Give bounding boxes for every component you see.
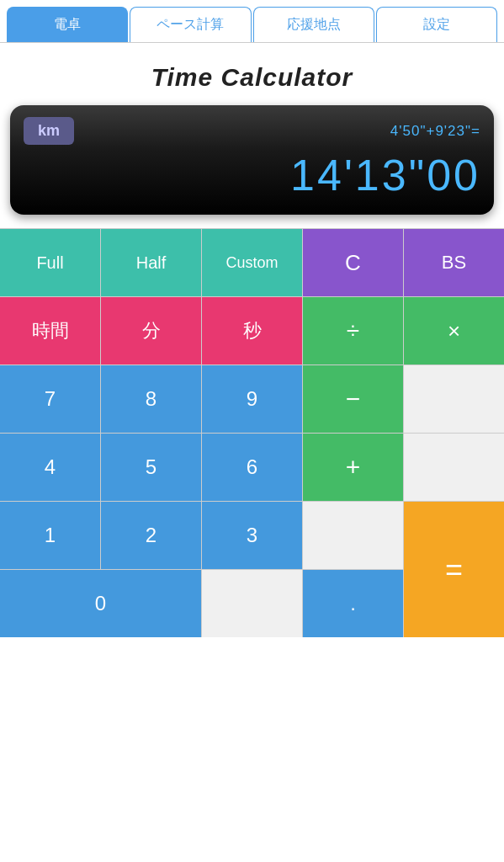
btn-minutes[interactable]: 分 xyxy=(101,297,201,364)
app-title: Time Calculator xyxy=(0,63,504,92)
btn-8[interactable]: 8 xyxy=(101,365,201,433)
expression-text: 4'50"+9'23"= xyxy=(84,123,480,140)
tab-calculator[interactable]: 電卓 xyxy=(7,7,128,42)
title-area: Time Calculator xyxy=(0,43,504,105)
btn-clear[interactable]: C xyxy=(303,229,403,296)
display-container: km 4'50"+9'23"= 14'13"00 xyxy=(10,105,494,215)
calc-grid: Full Half Custom C BS 時間 分 秒 ÷ × 7 8 9 − xyxy=(0,228,504,637)
result-text: 14'13"00 xyxy=(24,152,480,200)
btn-custom[interactable]: Custom xyxy=(202,229,302,296)
display-top-row: km 4'50"+9'23"= xyxy=(24,117,480,145)
btn-2[interactable]: 2 xyxy=(101,502,201,569)
btn-1[interactable]: 1 xyxy=(0,502,100,569)
empty-r4c5 xyxy=(404,434,504,501)
btn-5[interactable]: 5 xyxy=(101,434,201,501)
btn-0[interactable]: 0 xyxy=(0,570,201,637)
nav-tabs: 電卓 ペース計算 応援地点 設定 xyxy=(0,0,504,43)
empty-r5c4 xyxy=(303,502,403,569)
btn-6[interactable]: 6 xyxy=(202,434,302,501)
btn-7[interactable]: 7 xyxy=(0,365,100,433)
btn-equals[interactable]: = xyxy=(404,502,504,637)
btn-seconds[interactable]: 秒 xyxy=(202,297,302,364)
btn-9[interactable]: 9 xyxy=(202,365,302,433)
btn-divide[interactable]: ÷ xyxy=(303,297,403,364)
empty-r3c5 xyxy=(404,365,504,433)
tab-support[interactable]: 応援地点 xyxy=(253,7,374,42)
btn-minus[interactable]: − xyxy=(303,365,403,433)
btn-backspace[interactable]: BS xyxy=(404,229,504,296)
unit-badge: km xyxy=(24,117,74,145)
btn-half[interactable]: Half xyxy=(101,229,201,296)
tab-settings[interactable]: 設定 xyxy=(376,7,497,42)
btn-3[interactable]: 3 xyxy=(202,502,302,569)
btn-plus[interactable]: + xyxy=(303,434,403,501)
btn-full[interactable]: Full xyxy=(0,229,100,296)
btn-hours[interactable]: 時間 xyxy=(0,297,100,364)
btn-multiply[interactable]: × xyxy=(404,297,504,364)
empty-r6c3 xyxy=(202,570,302,637)
btn-dot[interactable]: . xyxy=(303,570,403,637)
btn-4[interactable]: 4 xyxy=(0,434,100,501)
tab-pace[interactable]: ペース計算 xyxy=(130,7,251,42)
